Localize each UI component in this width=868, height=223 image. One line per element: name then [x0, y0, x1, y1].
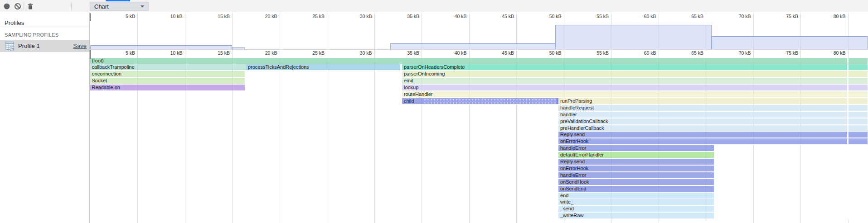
flame-bar[interactable]: handleError: [558, 172, 714, 178]
ruler-tick-bottom: 40 kB: [442, 50, 467, 56]
toolbar: Chart: [0, 0, 868, 12]
ruler-tick-bottom: 20 kB: [252, 50, 277, 56]
gridline-overlay: [706, 13, 706, 223]
flame-bar[interactable]: Readable.on: [90, 85, 245, 90]
overview-memory-band[interactable]: [712, 36, 868, 49]
flame-bar[interactable]: end: [558, 193, 714, 199]
flame-bar[interactable]: processTicksAndRejections: [246, 64, 400, 70]
ruler-tick-bottom: 25 kB: [300, 50, 325, 56]
flame-bar[interactable]: emit: [402, 78, 868, 84]
ruler-tick-top: 35 kB: [394, 14, 419, 19]
flame-bar[interactable]: runPreParsing: [558, 98, 868, 104]
flame-bar[interactable]: preValidationCallback: [558, 119, 868, 124]
flame-bar[interactable]: Socket: [90, 78, 245, 84]
flame-bar[interactable]: Reply.send: [558, 159, 714, 165]
gridline-overlay: [611, 13, 611, 223]
ruler-tick-top: 80 kB: [821, 14, 846, 19]
overview-baseline: [90, 49, 868, 50]
record-icon: [3, 3, 10, 10]
flame-bar[interactable]: parserOnHeadersComplete: [402, 64, 868, 70]
ruler-tick-top: 65 kB: [679, 14, 703, 19]
toolbar-separator: [24, 2, 24, 10]
ruler-tick-top: 55 kB: [584, 14, 609, 19]
gridline-overlay: [422, 13, 422, 223]
ruler-tick-top: 30 kB: [347, 14, 372, 19]
ruler-tick-bottom: 75 kB: [773, 50, 798, 56]
flame-bar[interactable]: onSendEnd: [558, 186, 714, 192]
clear-icon: [14, 3, 21, 10]
toolbar-separator: [71, 2, 72, 10]
flame-bar[interactable]: Reply.send: [558, 132, 868, 138]
overview-memory-band[interactable]: [90, 45, 233, 49]
flame-bar[interactable]: callbackTrampoline: [90, 64, 246, 70]
overview-memory-band[interactable]: [390, 43, 555, 49]
ruler-tick-top: 25 kB: [300, 14, 325, 19]
flame-bar[interactable]: onErrorHook: [558, 166, 714, 171]
flame-bar[interactable]: onSendHook: [558, 179, 714, 185]
gridline-overlay: [800, 13, 801, 223]
trash-icon: [27, 3, 34, 10]
flame-bar[interactable]: child: [402, 98, 557, 104]
flame-bar[interactable]: handleRequest: [558, 105, 868, 111]
record-button[interactable]: [1, 0, 13, 12]
ruler-tick-top: 40 kB: [442, 14, 467, 19]
gridline-overlay: [659, 13, 659, 223]
overview-grip[interactable]: [90, 13, 91, 21]
unattributed-pattern: [423, 98, 557, 104]
delete-profile-button[interactable]: [24, 0, 36, 12]
ruler-tick-top: 75 kB: [773, 14, 798, 19]
ruler-tick-top: 20 kB: [252, 14, 277, 19]
flame-bar[interactable]: write_: [558, 199, 714, 205]
gridline-overlay: [374, 13, 375, 223]
flame-chart[interactable]: 5 kB5 kB10 kB10 kB15 kB15 kB20 kB20 kB25…: [0, 12, 868, 223]
flame-bar[interactable]: defaultErrorHandler: [558, 152, 714, 158]
overview-memory-band[interactable]: [555, 25, 712, 49]
gridline-overlay: [753, 13, 754, 223]
flame-bar[interactable]: _writeRaw: [558, 213, 714, 218]
flame-bar[interactable]: lookup: [402, 85, 868, 90]
ruler-tick-top: 50 kB: [537, 14, 562, 19]
chevron-down-icon: [141, 5, 144, 8]
ruler-tick-bottom: 65 kB: [679, 50, 703, 56]
gridline-overlay: [185, 13, 185, 223]
gridline-overlay: [564, 13, 564, 223]
flame-bar[interactable]: handler: [558, 112, 868, 118]
ruler-tick-bottom: 35 kB: [394, 50, 419, 56]
view-mode-value: Chart: [90, 3, 141, 10]
flame-bar[interactable]: (root): [90, 58, 868, 64]
gridline-overlay: [280, 13, 280, 223]
segment-break: [847, 58, 849, 220]
ruler-tick-bottom: 10 kB: [158, 50, 183, 56]
view-mode-select[interactable]: Chart: [90, 2, 149, 11]
ruler-tick-top: 60 kB: [631, 14, 656, 19]
clear-profiles-button[interactable]: [12, 0, 24, 12]
ruler-tick-bottom: 80 kB: [821, 50, 846, 56]
ruler-tick-top: 15 kB: [205, 14, 230, 19]
ruler-tick-top: 70 kB: [726, 14, 751, 19]
flame-bar[interactable]: preHandlerCallback: [558, 125, 868, 131]
active-tab-indicator: [106, 0, 130, 1]
gridline-overlay: [327, 13, 327, 223]
ruler-tick-top: 5 kB: [110, 14, 135, 19]
gridline-overlay: [232, 13, 233, 223]
gridline-overlay: [469, 13, 470, 223]
flame-bar[interactable]: handleError: [558, 145, 714, 151]
ruler-tick-bottom: 15 kB: [205, 50, 230, 56]
heap-profiler-panel: Chart Profiles SAMPLING PROFILES % Profi…: [0, 0, 868, 223]
ruler-tick-bottom: 55 kB: [584, 50, 609, 56]
ruler-tick-bottom: 30 kB: [347, 50, 372, 56]
ruler-tick-bottom: 50 kB: [537, 50, 562, 56]
gridline-overlay: [516, 13, 517, 223]
flame-bar[interactable]: onErrorHook: [558, 138, 868, 144]
gridline-overlay: [137, 13, 138, 223]
flame-bar[interactable]: onconnection: [90, 71, 245, 77]
ruler-tick-bottom: 5 kB: [110, 50, 135, 56]
flame-bar[interactable]: parserOnIncoming: [402, 71, 868, 77]
ruler-tick-bottom: 45 kB: [489, 50, 514, 56]
flame-bar[interactable]: routeHandler: [402, 91, 868, 97]
ruler-tick-top: 45 kB: [489, 14, 514, 19]
chart-grip[interactable]: [90, 50, 91, 59]
ruler-tick-bottom: 70 kB: [726, 50, 751, 56]
ruler-tick-top: 10 kB: [158, 14, 183, 19]
flame-bar[interactable]: _send: [558, 206, 714, 212]
